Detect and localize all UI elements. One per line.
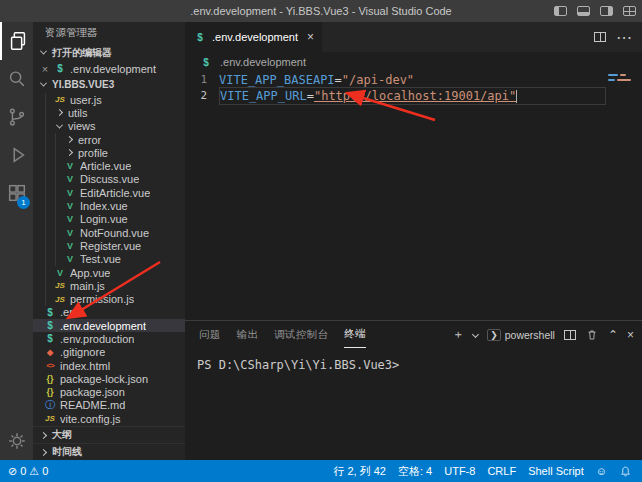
vue-icon: V — [53, 268, 67, 278]
chevron-right-icon — [56, 109, 63, 116]
tree-item-readme-md[interactable]: ⓘREADME.md — [33, 399, 185, 412]
tree-item-test-vue[interactable]: VTest.vue — [33, 253, 185, 266]
encoding[interactable]: UTF-8 — [444, 465, 475, 477]
tree-item-main-js[interactable]: JSmain.js — [33, 279, 185, 292]
close-panel-icon[interactable]: × — [627, 328, 634, 342]
more-actions-icon[interactable]: ⋯ — [616, 28, 632, 47]
editor-actions: ⋯ — [594, 22, 642, 52]
outline-section[interactable]: 大纲 — [33, 426, 185, 443]
tab-close-icon[interactable]: × — [307, 30, 314, 44]
tree-item-index-html[interactable]: <>index.html — [33, 359, 185, 372]
timeline-section[interactable]: 时间线 — [33, 443, 185, 460]
tree-item-login-vue[interactable]: VLogin.vue — [33, 213, 185, 226]
tree-item-editarticle-vue[interactable]: VEditArticle.vue — [33, 186, 185, 199]
tree-item-package-lock-json[interactable]: {}package-lock.json — [33, 372, 185, 385]
tree-item-label: Discuss.vue — [80, 173, 139, 185]
tree-item-article-vue[interactable]: VArticle.vue — [33, 159, 185, 172]
indentation[interactable]: 空格: 4 — [398, 464, 432, 479]
activitybar-run-debug[interactable] — [0, 136, 33, 174]
tree-item-profile[interactable]: profile — [33, 146, 185, 159]
project-root-header[interactable]: YI.BBS.VUE3 — [33, 76, 185, 93]
maximize-panel-icon[interactable]: ⌃ — [608, 328, 618, 342]
new-terminal-icon[interactable]: ＋ — [452, 326, 464, 343]
tree-item-label: index.html — [60, 360, 110, 372]
vue-icon: V — [63, 174, 77, 184]
activitybar-settings[interactable] — [0, 422, 33, 460]
breadcrumb[interactable]: $ .env.development — [185, 52, 642, 72]
tree-item-package-json[interactable]: {}package.json — [33, 386, 185, 399]
code-editor[interactable]: 1 VITE_APP_BASEAPI="/api-dev" 2 VITE_APP… — [185, 72, 642, 320]
env-file-icon: $ — [193, 32, 207, 43]
tree-item-gitignore[interactable]: ◆.gitignore — [33, 346, 185, 359]
tree-item-vite-config-js[interactable]: JSvite.config.js — [33, 412, 185, 425]
indent-guide — [55, 226, 63, 239]
env-value-link[interactable]: "http://localhost:19001/api" — [314, 89, 516, 103]
tree-item-label: permission.js — [70, 293, 134, 305]
vue-icon: V — [63, 254, 77, 264]
tree-item-notfound-vue[interactable]: VNotFound.vue — [33, 226, 185, 239]
tree-item-index-vue[interactable]: VIndex.vue — [33, 199, 185, 212]
tab-env-development[interactable]: $ .env.development × — [185, 22, 323, 52]
git-icon: ◆ — [43, 348, 57, 357]
source-control-icon — [6, 106, 28, 128]
tree-item-env-development[interactable]: $.env.development — [33, 319, 185, 332]
open-editors-header[interactable]: 打开的编辑器 — [33, 44, 185, 61]
terminal-icon: ❯ — [487, 329, 501, 341]
tree-item-env-production[interactable]: $.env.production — [33, 332, 185, 345]
tree-item-permission-js[interactable]: JSpermission.js — [33, 292, 185, 305]
trash-icon[interactable] — [585, 328, 599, 342]
tree-item-user-js[interactable]: JSuser.js — [33, 93, 185, 106]
panel-header: 问题 输出 调试控制台 终端 ＋ ❯ powershell — [185, 321, 642, 348]
tree-item-views[interactable]: views — [33, 120, 185, 133]
activitybar-extensions[interactable]: 1 — [0, 174, 33, 212]
js-icon: JS — [53, 95, 67, 104]
tree-item-env[interactable]: $.env — [33, 306, 185, 319]
tree-item-label: profile — [78, 147, 108, 159]
eol-sequence[interactable]: CRLF — [487, 465, 516, 477]
tree-item-utils[interactable]: utils — [33, 106, 185, 119]
vscode-window: .env.development - Yi.BBS.Vue3 - Visual … — [0, 0, 642, 482]
tree-item-register-vue[interactable]: VRegister.vue — [33, 239, 185, 252]
env-file-icon: $ — [43, 320, 57, 331]
tree-item-label: .env.development — [60, 320, 146, 332]
terminal-content[interactable]: PS D:\CSharp\Yi\Yi.BBS.Vue3> — [185, 348, 642, 460]
toggle-panel-icon[interactable] — [577, 6, 590, 16]
split-editor-icon[interactable] — [594, 32, 606, 42]
activitybar-explorer[interactable] — [0, 22, 33, 60]
tree-item-label: user.js — [70, 94, 102, 106]
tree-item-discuss-vue[interactable]: VDiscuss.vue — [33, 173, 185, 186]
cursor-position[interactable]: 行 2, 列 42 — [333, 464, 386, 479]
tab-terminal[interactable]: 终端 — [344, 321, 366, 348]
chevron-down-icon[interactable] — [472, 331, 479, 338]
tab-debug-console[interactable]: 调试控制台 — [274, 321, 328, 348]
toggle-sidebar-icon[interactable] — [554, 6, 567, 16]
tree-item-app-vue[interactable]: VApp.vue — [33, 266, 185, 279]
minimap[interactable] — [608, 74, 640, 84]
split-terminal-icon[interactable] — [564, 330, 576, 340]
open-editor-item[interactable]: × $ .env.development — [33, 61, 185, 76]
window-title: .env.development - Yi.BBS.Vue3 - Visual … — [190, 5, 452, 17]
feedback-smiley-icon[interactable]: ☺ — [596, 465, 607, 477]
toggle-secondary-sidebar-icon[interactable] — [600, 6, 613, 16]
code-line-1[interactable]: 1 VITE_APP_BASEAPI="/api-dev" — [185, 72, 642, 88]
notifications-bell-icon[interactable] — [619, 465, 632, 478]
indent-guide — [45, 279, 53, 292]
problems-status[interactable]: ⊘ 0 ⚠ 0 — [8, 465, 48, 478]
activitybar-source-control[interactable] — [0, 98, 33, 136]
activitybar-search[interactable] — [0, 60, 33, 98]
vue-icon: V — [63, 241, 77, 251]
explorer-sidebar: 资源管理器 打开的编辑器 × $ .env.development YI.BBS… — [33, 22, 185, 460]
code-line-2[interactable]: 2 VITE_APP_URL="http://localhost:19001/a… — [185, 88, 642, 104]
terminal-shell-chip[interactable]: ❯ powershell — [487, 329, 555, 341]
close-icon[interactable]: × — [39, 63, 51, 75]
extensions-badge: 1 — [17, 196, 30, 209]
tree-item-error[interactable]: error — [33, 133, 185, 146]
language-mode[interactable]: Shell Script — [528, 465, 584, 477]
code-text: VITE_APP_BASEAPI="/api-dev" — [219, 72, 642, 88]
js-icon: JS — [43, 414, 57, 423]
tree-item-label: Test.vue — [80, 253, 121, 265]
tab-problems[interactable]: 问题 — [199, 321, 221, 348]
customize-layout-icon[interactable] — [623, 6, 636, 16]
tab-output[interactable]: 输出 — [237, 321, 259, 348]
error-count: 0 — [20, 465, 26, 477]
